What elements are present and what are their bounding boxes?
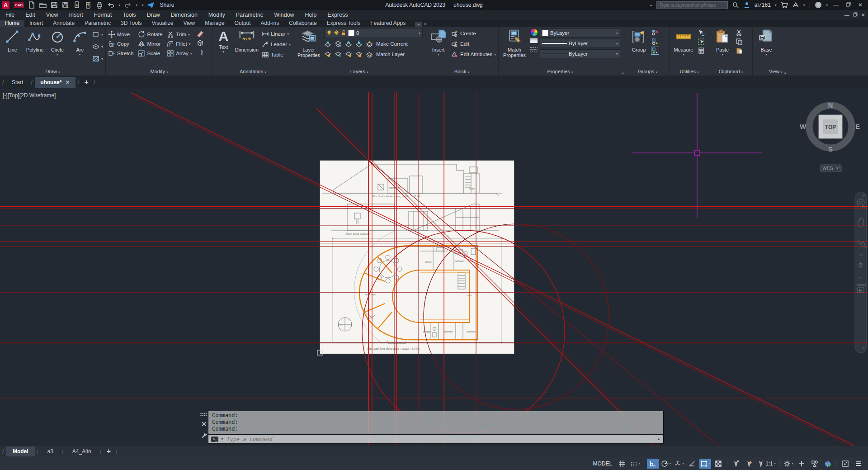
app-restore-button[interactable] <box>844 2 852 8</box>
customize-menu-button[interactable] <box>853 459 864 469</box>
panel-label-layers[interactable]: Layers ▾ <box>293 68 425 76</box>
snap-toggle[interactable]: ▾ <box>629 459 641 469</box>
text-caret[interactable]: ▾ <box>222 50 224 54</box>
redo-icon[interactable] <box>124 1 132 9</box>
make-current-icon[interactable] <box>366 40 373 47</box>
command-customize-icon[interactable] <box>201 432 207 440</box>
layer-on2-icon[interactable] <box>324 51 331 58</box>
search-expand-arrow[interactable]: ▸ <box>651 3 652 7</box>
navigation-bar[interactable]: 2D <box>855 192 867 353</box>
polar-caret[interactable]: ▾ <box>669 461 671 465</box>
panel-label-groups[interactable]: Groups ▾ <box>626 68 669 76</box>
ribbon-tab-expresstools[interactable]: Express Tools <box>322 20 365 27</box>
edit-attrs-caret[interactable]: ▾ <box>494 52 496 57</box>
arc-caret[interactable]: ▾ <box>79 52 81 57</box>
open-folder-icon[interactable] <box>39 1 47 9</box>
panel-label-annotation[interactable]: Annotation ▾ <box>213 68 293 76</box>
doc-restore-button[interactable] <box>853 12 858 18</box>
ribbon-tab-annotate[interactable]: Annotate <box>48 20 80 27</box>
panel-label-draw[interactable]: Draw ▾ <box>0 68 105 76</box>
ortho-toggle[interactable] <box>647 459 659 469</box>
isodraft-caret[interactable]: ▾ <box>682 461 684 465</box>
workspace-switching-button[interactable]: ▾ <box>783 459 794 469</box>
block-edit-button[interactable]: Edit <box>451 39 496 48</box>
panel-label-clipboard[interactable]: Clipboard ▾ <box>709 68 752 76</box>
text-button[interactable]: A Text ▾ <box>215 28 232 68</box>
viewcube[interactable]: TOP N S W E WCS <box>800 101 860 172</box>
wcs-dropdown[interactable]: WCS <box>820 165 842 172</box>
rectangle-icon[interactable] <box>92 31 99 38</box>
user-avatar-icon[interactable] <box>743 1 750 9</box>
ribbon-tab-insert[interactable]: Insert <box>24 20 48 27</box>
polyline-button[interactable]: Polyline <box>25 28 45 68</box>
new-drawing-tab-button[interactable]: + <box>81 78 91 86</box>
block-create-button[interactable]: Create <box>451 29 496 38</box>
hatch-icon[interactable] <box>92 55 99 62</box>
help-caret[interactable]: ▾ <box>826 3 828 7</box>
properties-launcher-icon[interactable]: ⌟ <box>622 68 624 75</box>
linear-caret[interactable]: ▾ <box>287 32 289 36</box>
isolate-objects-button[interactable] <box>809 459 821 469</box>
model-space-toggle[interactable]: MODEL <box>590 459 615 469</box>
trim-caret[interactable]: ▾ <box>188 33 190 37</box>
command-grip[interactable]: ▪▪▪▪▪▪▪▪ <box>200 412 207 417</box>
snap-caret[interactable]: ▾ <box>638 461 640 465</box>
rotate-button[interactable]: Rotate <box>138 30 162 39</box>
quick-select-icon[interactable] <box>698 29 705 36</box>
qat-customize-caret[interactable]: ▾ <box>142 3 143 7</box>
file-tab-uhouse[interactable]: uhouse*✕ <box>35 77 75 88</box>
dimension-button[interactable]: Dimension <box>234 28 260 68</box>
menu-file[interactable]: File <box>0 10 20 20</box>
menu-tools[interactable]: Tools <box>117 10 141 20</box>
rectangle-caret[interactable]: ▾ <box>101 33 103 37</box>
autocad-logo[interactable]: A <box>2 1 9 9</box>
panel-label-view[interactable]: View ▾ ⌟ <box>753 68 802 76</box>
menu-help[interactable]: Help <box>300 10 322 20</box>
viewcube-north[interactable]: N <box>828 101 833 109</box>
ribbon-tab-parametric[interactable]: Parametric <box>80 20 116 27</box>
layer-off-icon[interactable] <box>324 40 331 47</box>
menu-view[interactable]: View <box>41 10 64 20</box>
clean-screen-button[interactable] <box>840 459 851 469</box>
redo-caret[interactable]: ▾ <box>136 3 137 7</box>
paste-caret[interactable]: ▾ <box>722 52 723 57</box>
ribbon-minimize-button[interactable]: ▴ <box>415 22 422 27</box>
insert-caret[interactable]: ▾ <box>438 52 439 57</box>
layer-select-combo[interactable]: 0 ▾ <box>324 28 423 38</box>
file-tab-close-icon[interactable]: ✕ <box>65 79 70 85</box>
ribbon-tab-visualize[interactable]: Visualize <box>147 20 179 27</box>
object-color-combo[interactable]: ByLayer▾ <box>540 28 620 38</box>
match-layer-label[interactable]: Match Layer <box>376 52 405 57</box>
quick-calc-icon[interactable] <box>698 47 705 54</box>
menu-edit[interactable]: Edit <box>20 10 41 20</box>
explode-icon[interactable] <box>197 39 204 47</box>
command-prompt-icon[interactable]: >_ <box>211 437 218 442</box>
help-icon[interactable]: ? <box>815 1 822 9</box>
view-launcher-icon[interactable]: ⌟ <box>784 69 786 74</box>
copy-button[interactable]: Copy <box>108 39 133 48</box>
polar-tracking-toggle[interactable]: ▾ <box>660 459 672 469</box>
undo-icon[interactable] <box>107 1 114 9</box>
move-button[interactable]: Move <box>108 30 133 39</box>
osnap-toggle[interactable]: ▾ <box>699 459 711 469</box>
annotation-visibility-toggle[interactable] <box>730 459 742 469</box>
menu-insert[interactable]: Insert <box>64 10 89 20</box>
panel-label-utilities[interactable]: Utilities ▾ <box>670 68 709 76</box>
new-file-icon[interactable] <box>28 1 35 9</box>
new-layout-button[interactable]: + <box>104 447 113 456</box>
save-as-icon[interactable] <box>62 1 69 9</box>
command-recent-caret[interactable]: ▾ <box>221 437 223 441</box>
arc-button[interactable]: Arc ▾ <box>70 28 90 68</box>
search-input[interactable] <box>656 1 728 9</box>
ribbon-tab-home[interactable]: Home <box>0 20 24 27</box>
color-wheel-icon[interactable] <box>531 29 538 36</box>
menu-format[interactable]: Format <box>89 10 118 20</box>
paste-button[interactable]: Paste ▾ <box>712 28 733 68</box>
command-input[interactable] <box>226 436 654 443</box>
viewcube-west[interactable]: W <box>800 123 807 130</box>
ellipse-icon[interactable] <box>92 43 99 50</box>
panel-label-block[interactable]: Block ▾ <box>425 68 498 76</box>
base-button[interactable]: Base ▾ <box>755 28 778 68</box>
fillet-button[interactable]: Fillet▾ <box>167 39 192 48</box>
base-caret[interactable]: ▾ <box>765 52 767 57</box>
